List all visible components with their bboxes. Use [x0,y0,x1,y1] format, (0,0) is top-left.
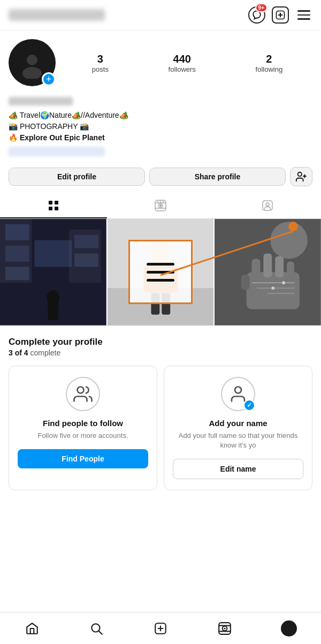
add-user-button[interactable] [290,167,312,186]
complete-profile-subtitle: 3 of 4 complete [9,348,312,357]
svg-line-60 [99,631,102,634]
bio-section: 🏕️ Travel🌍Nature🏕️//Adventure🏕️ 📸 PHOTOG… [0,92,321,162]
add-name-card: Add your name Add your full name so that… [164,366,312,490]
complete-count: 3 of 4 [9,348,28,357]
svg-rect-26 [5,224,29,240]
svg-point-15 [160,205,162,207]
svg-point-22 [266,203,269,206]
svg-rect-45 [252,259,261,278]
svg-point-18 [157,201,158,202]
svg-point-43 [271,222,308,259]
svg-rect-30 [74,254,98,267]
bio-link-blurred[interactable] [9,147,105,156]
avatar-wrap[interactable]: + [9,39,57,87]
svg-point-58 [235,387,241,393]
top-bar: 9+ [0,0,321,31]
add-name-card-title: Add your name [209,419,267,428]
threads-icon[interactable]: 9+ [248,6,265,24]
svg-point-19 [160,201,161,202]
bio-text: 🏕️ Travel🌍Nature🏕️//Adventure🏕️ 📸 PHOTOG… [9,110,312,143]
nav-home[interactable] [0,612,64,644]
add-story-button[interactable]: + [42,72,56,86]
find-people-card: Find people to follow Follow five or mor… [9,366,157,490]
posts-count: 3 [97,53,103,65]
posts-stat[interactable]: 3 posts [92,53,109,73]
find-people-icon-wrap [66,377,100,411]
followers-count: 440 [173,53,191,65]
complete-profile-cards: Find people to follow Follow five or mor… [9,366,312,490]
svg-rect-12 [55,207,58,210]
nav-add-post[interactable] [128,612,193,644]
nav-profile[interactable] [257,612,321,644]
bio-line1: 🏕️ Travel🌍Nature🏕️//Adventure🏕️ [9,110,312,121]
find-people-button[interactable]: Find People [18,449,148,468]
display-name-blurred [9,97,73,105]
username-blurred [9,9,105,21]
svg-rect-49 [241,275,250,290]
profile-top: + 3 posts 440 followers 2 following [9,39,312,87]
add-name-icon-wrap [221,377,255,411]
following-stat[interactable]: 2 following [256,53,283,73]
nav-profile-avatar [281,620,297,637]
tab-grid[interactable] [0,193,107,218]
find-people-card-desc: Follow five or more accounts. [37,431,128,441]
svg-rect-47 [276,256,284,278]
svg-point-66 [224,627,225,629]
top-bar-actions: 9+ [248,6,312,24]
svg-rect-9 [49,201,52,204]
photo-grid-wrapper [0,219,321,325]
action-buttons: Edit profile Share profile [0,162,321,193]
svg-rect-46 [264,254,272,278]
svg-point-53 [282,281,285,284]
profile-tabs [0,193,321,219]
nav-search[interactable] [64,612,128,644]
bio-line3: 🔥 Explore Out Epic Planet [9,132,312,143]
following-label: following [256,65,283,73]
tab-reels[interactable] [107,193,214,218]
complete-profile-section: Complete your profile 3 of 4 complete Fi… [0,325,321,497]
svg-rect-33 [35,240,72,267]
posts-label: posts [92,65,109,73]
svg-rect-32 [48,301,58,320]
edit-name-button[interactable]: Edit name [173,459,303,479]
tab-tagged[interactable] [214,193,321,218]
svg-rect-11 [49,207,52,210]
svg-rect-48 [287,261,294,278]
add-post-button[interactable] [272,6,289,24]
notification-badge: 9+ [255,3,268,12]
find-people-card-title: Find people to follow [43,419,123,428]
bottom-nav [0,612,321,644]
hamburger-menu-button[interactable] [295,6,312,24]
complete-profile-title: Complete your profile [9,337,312,347]
svg-rect-27 [5,246,29,262]
following-count: 2 [266,53,272,65]
svg-rect-28 [5,267,29,280]
edit-profile-button[interactable]: Edit profile [9,168,145,186]
followers-stat[interactable]: 440 followers [169,53,196,73]
profile-stats: 3 posts 440 followers 2 following [57,53,312,73]
svg-point-6 [298,172,302,176]
svg-point-57 [78,387,84,393]
bio-line2: 📸 PHOTOGRAPHY 📸 [9,121,312,132]
complete-rest: complete [28,348,61,357]
nav-reels[interactable] [193,612,257,644]
followers-label: followers [169,65,196,73]
photo-cell-3[interactable] [215,219,321,325]
share-profile-button[interactable]: Share profile [149,168,286,186]
svg-point-54 [272,286,275,290]
check-badge [243,399,255,411]
svg-rect-10 [55,201,58,204]
svg-point-20 [163,201,164,202]
photo-cell-1[interactable] [0,219,106,325]
profile-section: + 3 posts 440 followers 2 following [0,31,321,92]
svg-point-4 [27,55,37,65]
svg-rect-29 [74,235,98,248]
hamburger-highlight-annotation [128,240,193,304]
add-name-card-desc: Add your full name so that your friends … [173,431,303,450]
